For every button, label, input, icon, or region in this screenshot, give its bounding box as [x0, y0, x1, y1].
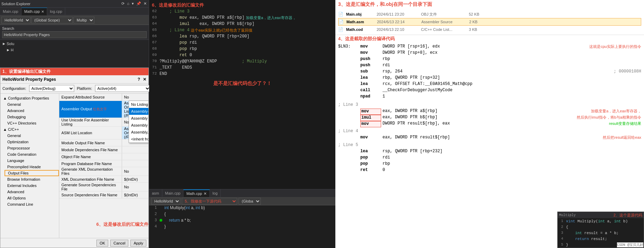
prop-val-src-dep[interactable]: No	[122, 183, 148, 191]
dd-item-asm-only[interactable]: Assembly-Only Listing (/FA)	[129, 108, 148, 115]
prop-val-xml-gen[interactable]: No	[122, 167, 148, 176]
code-line-68: 68 pop rbp	[149, 46, 335, 53]
asm-label-ln3: $LN3:	[338, 44, 359, 50]
dd-item-asm-machine[interactable]: Assembly With Machine Code (/FAc) 只要list…	[129, 115, 148, 122]
file-row-math-asm: 📄 Math.asm 2024/6/13 22:14 Assembler Sou…	[338, 18, 641, 26]
platform-label: Platform:	[77, 86, 92, 91]
pp-tree-codegen[interactable]: Code Generation	[5, 151, 59, 157]
pin-icon[interactable]: 📌	[136, 1, 142, 6]
multip-dropdown[interactable]: Multip	[74, 17, 94, 24]
asm-line-pop-rdi: pop rdi	[338, 155, 641, 161]
bottom-helloworld-dropdown[interactable]: HelloWorld	[151, 198, 180, 205]
prop-name-xml-gen: Generate XML Documentation Files	[59, 167, 122, 176]
config-dropdown[interactable]: Active(Debug)	[29, 85, 74, 92]
file-name-math-cod: Math.cod	[346, 27, 374, 32]
search-input[interactable]	[2, 31, 147, 38]
pp-tree-output-files[interactable]: Output Files	[5, 170, 59, 176]
table-row: Object File Name	[59, 153, 148, 160]
filter-icon[interactable]: ▾	[131, 1, 135, 6]
bottom-annotation-dropdown[interactable]: 5、我修改一下源代码	[182, 198, 237, 205]
global-scope-dropdown[interactable]: (Global Scope)	[31, 17, 73, 24]
dd-item-no-listing[interactable]: No Listing	[129, 101, 148, 108]
dd-item-inherit[interactable]: <inherit from parent or project defaults…	[129, 136, 148, 143]
tree-item-h[interactable]: ▶ H	[0, 47, 149, 53]
bottom-content-1: int Multiply(int a, int b)	[164, 205, 205, 210]
tab-main-cpp[interactable]: Main.cpp	[0, 8, 22, 15]
bottom-tab-math[interactable]: Math.cpp ✕	[183, 189, 209, 197]
config-label: Configuration:	[2, 86, 26, 91]
table-row: Generate Source Dependencies File No	[59, 183, 148, 191]
helloworld-dropdown[interactable]: HelloWorld	[1, 17, 31, 24]
file-row-main-obj: 📄 Main.obj 2024/6/11 23:20 OBJ 文件 52 KB	[338, 10, 641, 18]
line-content-65: ; Line 4	[160, 28, 189, 33]
asm-ops-sub: rsp, 264	[383, 69, 612, 75]
prop-val-xml-file[interactable]: $(IntDir)	[122, 176, 148, 183]
prop-name-unicode: Use Unicode For Assembler Listing	[59, 118, 122, 127]
tree-item-solu[interactable]: ▶ Solu	[0, 41, 149, 47]
prop-val-obj-file[interactable]	[122, 153, 148, 160]
pp-tree-all-options[interactable]: All Options	[5, 195, 59, 201]
close-panel-icon[interactable]: ✕	[143, 1, 147, 6]
asm-ops-lea-rsp: rsp, QWORD PTR [rbp+232]	[383, 149, 641, 155]
prop-name-pdb: Program Database File Name	[59, 160, 122, 167]
tab-log-cpp[interactable]: log.cpp	[47, 8, 65, 15]
bottom-tab-asm[interactable]: asm	[149, 189, 162, 197]
asm-label-empty-result	[338, 121, 359, 127]
code-line-67: 67 pop rdi	[149, 40, 335, 46]
platform-dropdown[interactable]: Active(x64)	[95, 85, 151, 92]
prop-val-pdb[interactable]	[122, 160, 148, 167]
bottom-linenum-3: 3	[149, 218, 160, 222]
asm-ops-ret: 0	[383, 168, 641, 174]
home-icon[interactable]: ⌂	[126, 1, 130, 6]
pp-tree-advanced-top[interactable]: Advanced	[5, 108, 59, 114]
ok-btn[interactable]: OK	[96, 240, 108, 247]
asm-line-comment-line4: ; Line 4	[338, 129, 641, 135]
pp-right-content: Expand Attributed Source No Assembler Ou…	[59, 94, 148, 238]
bottom-content-2: {	[164, 212, 166, 216]
pp-close-btn[interactable]: ✕	[143, 77, 146, 82]
asm-instr-lea2: lea	[360, 82, 381, 88]
close-math-tab-icon[interactable]: ✕	[41, 10, 44, 14]
close-bottom-math-icon[interactable]: ✕	[204, 191, 207, 196]
prop-val-module-dep[interactable]	[122, 146, 148, 153]
pp-tree-advanced-cpp[interactable]: Advanced	[5, 189, 59, 195]
sc-linenum-3: 3	[558, 231, 565, 235]
line-content-71: _TEXT ENDS	[160, 65, 192, 70]
right-panel: 3、这是汇编文件，和.obj在同一个目录下面 📄 Main.obj 2024/6…	[335, 0, 644, 248]
pp-tree-general[interactable]: General	[5, 101, 59, 108]
bottom-tab-log[interactable]: log	[210, 189, 221, 197]
asm-label-empty-ret	[338, 135, 359, 141]
file-size-math-cod: 3 KB	[469, 27, 477, 32]
bottom-tab-main[interactable]: Main.cpp	[162, 189, 184, 197]
pp-tree-debugging[interactable]: Debugging	[5, 114, 59, 120]
bottom-line-4: 4 }	[149, 224, 335, 230]
pp-tree-precompiled[interactable]: Precompiled Heade	[5, 164, 59, 170]
pp-tree-optimization[interactable]: Optimization	[5, 139, 59, 145]
tab-math-cpp[interactable]: Math.cpp ✕	[22, 8, 47, 15]
code-line-72: 72 END	[149, 71, 335, 78]
apply-btn[interactable]: Apply	[130, 240, 146, 247]
pp-tree-browse-info[interactable]: Browse Information	[5, 176, 59, 182]
prop-name-module-dep: Module Dependencies File Name	[59, 146, 122, 153]
cancel-btn[interactable]: Cancel	[110, 240, 128, 247]
prop-val-src-file[interactable]: $(IntDir)	[122, 191, 148, 198]
pp-tree-cmd-line[interactable]: Command Line	[5, 201, 59, 207]
bottom-global-dropdown[interactable]: (Globa	[239, 198, 261, 205]
asm-instr-mov-return: mov	[360, 135, 381, 141]
pp-tree-cpp-general[interactable]: General	[5, 132, 59, 139]
dd-item-asm-source[interactable]: Assembly With Source Code (/FAs) 机器码我们也看…	[129, 122, 148, 129]
prop-name-asm-loc: ASM List Location	[59, 127, 122, 139]
pp-tree-preprocessor[interactable]: Preprocessor	[5, 145, 59, 151]
dd-item-asm-all[interactable]: Assembly, Machine Code and Source (/FAcs…	[129, 129, 148, 136]
prop-name-expand: Expand Attributed Source	[59, 94, 122, 101]
pp-help-btn[interactable]: ?	[138, 77, 140, 82]
pp-tree-config-props[interactable]: ▲ Configuration Properties	[0, 95, 59, 101]
pp-tree-ext-includes[interactable]: External Includes	[5, 182, 59, 189]
pp-tree-language[interactable]: Language	[5, 157, 59, 164]
asm-line-mov-return: mov eax, DWORD PTR result$[rbp] 然后把resul…	[338, 135, 641, 141]
pp-tree-cpp[interactable]: ▲ C/C++	[0, 126, 59, 132]
sync-icon[interactable]: ⟳	[121, 1, 125, 6]
bottom-tabs: asm Main.cpp Math.cpp ✕ log	[149, 189, 335, 197]
pp-tree-vc-dirs[interactable]: VC++ Directories	[5, 120, 59, 126]
prop-val-expand[interactable]: No	[122, 94, 148, 101]
